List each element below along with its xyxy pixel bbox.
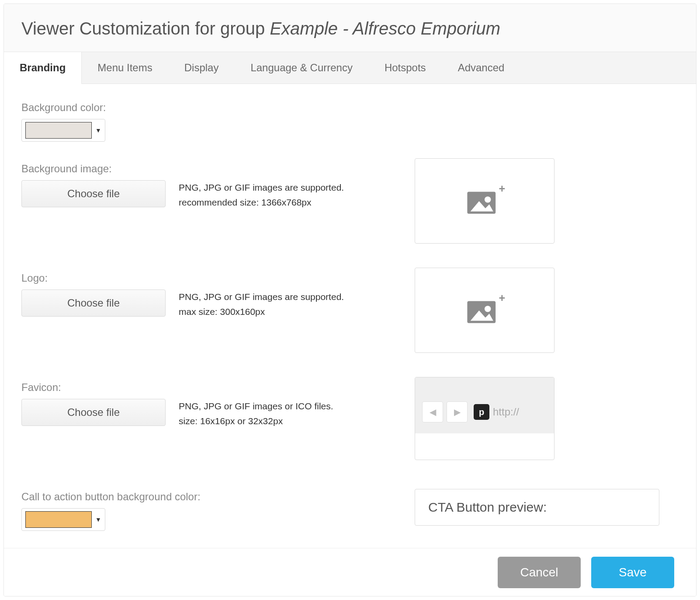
background-color-swatch (25, 122, 92, 139)
favicon-preview: ◀ ▶ p http:// (415, 377, 554, 460)
background-image-preview[interactable]: + (415, 158, 554, 244)
favicon-field: Favicon: Choose file PNG, JPG or GIF ima… (21, 381, 679, 473)
logo-choose-file-button[interactable]: Choose file (21, 290, 166, 317)
cta-color-label: Call to action button background color: (21, 491, 201, 503)
tab-advanced[interactable]: Advanced (442, 52, 521, 84)
tab-content: Background color: ▼ Background image: Ch… (4, 84, 696, 531)
chevron-down-icon: ▼ (95, 127, 101, 134)
background-image-choose-file-button[interactable]: Choose file (21, 180, 166, 207)
svg-point-1 (485, 196, 491, 202)
svg-text:+: + (499, 185, 505, 195)
browser-back-icon: ◀ (422, 401, 443, 422)
favicon-label: Favicon: (21, 381, 679, 394)
chevron-down-icon: ▼ (95, 516, 101, 523)
settings-panel: Viewer Customization for group Example -… (3, 3, 697, 597)
title-prefix: Viewer Customization for group (21, 19, 270, 38)
background-color-field: Background color: ▼ (21, 101, 679, 142)
page-title: Viewer Customization for group Example -… (21, 19, 679, 38)
browser-url-text: http:// (493, 406, 519, 418)
image-placeholder-icon: + (464, 295, 506, 326)
background-color-picker[interactable]: ▼ (21, 119, 105, 142)
cta-color-swatch (25, 511, 92, 528)
favicon-sample-icon: p (474, 404, 489, 420)
favicon-hint: PNG, JPG or GIF images or ICO files. siz… (179, 399, 333, 428)
background-color-label: Background color: (21, 101, 679, 114)
browser-forward-icon: ▶ (447, 401, 468, 422)
favicon-choose-file-button[interactable]: Choose file (21, 399, 166, 426)
cta-preview-box: CTA Button preview: (415, 489, 659, 526)
cta-preview-title: CTA Button preview: (428, 500, 646, 515)
footer-actions: Cancel Save (4, 548, 696, 596)
logo-label: Logo: (21, 272, 679, 284)
tab-bar: Branding Menu Items Display Language & C… (4, 52, 696, 84)
logo-field: Logo: Choose file PNG, JPG or GIF images… (21, 272, 679, 364)
cancel-button[interactable]: Cancel (498, 557, 581, 588)
logo-hint: PNG, JPG or GIF images are supported. ma… (179, 290, 344, 319)
browser-address-bar: p http:// (471, 401, 547, 422)
tab-menu-items[interactable]: Menu Items (82, 52, 168, 84)
tab-display[interactable]: Display (169, 52, 235, 84)
save-button[interactable]: Save (591, 557, 674, 588)
svg-text:+: + (499, 295, 505, 304)
tab-language-currency[interactable]: Language & Currency (235, 52, 368, 84)
image-placeholder-icon: + (464, 185, 506, 217)
background-image-field: Background image: Choose file PNG, JPG o… (21, 163, 679, 255)
background-image-hint: PNG, JPG or GIF images are supported. re… (179, 180, 344, 209)
panel-header: Viewer Customization for group Example -… (4, 4, 696, 52)
cta-color-picker[interactable]: ▼ (21, 508, 105, 531)
svg-point-5 (485, 306, 491, 312)
cta-color-field: Call to action button background color: … (21, 491, 679, 531)
favicon-browser-bar: ◀ ▶ p http:// (415, 377, 554, 433)
group-name: Example - Alfresco Emporium (270, 19, 500, 38)
logo-preview[interactable]: + (415, 268, 554, 353)
tab-branding[interactable]: Branding (4, 52, 82, 84)
background-image-label: Background image: (21, 163, 679, 175)
tab-hotspots[interactable]: Hotspots (369, 52, 442, 84)
